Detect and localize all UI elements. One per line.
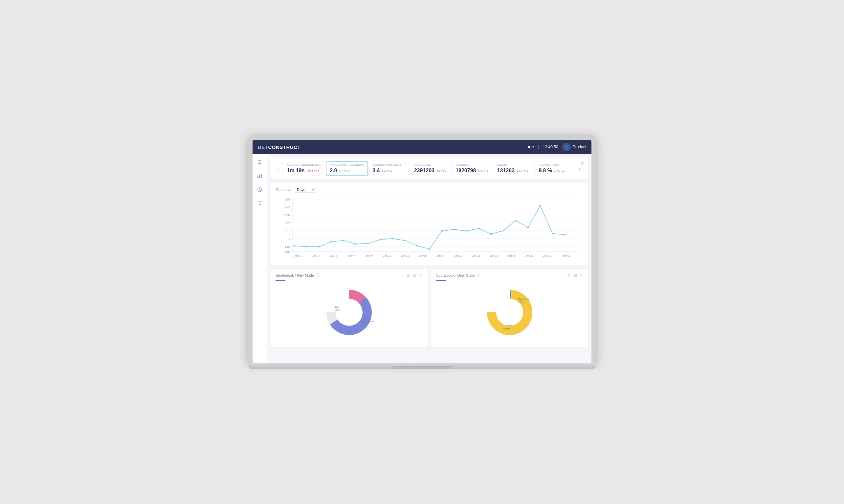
svg-text:2.20: 2.20: [285, 221, 291, 225]
svg-point-43: [367, 243, 369, 245]
stat-sessions-label: SESSIONS: [455, 163, 489, 166]
app-logo: BETCONSTRUCT: [258, 144, 300, 150]
stat-pageviews-sessions-value: 2.0: [330, 168, 337, 174]
line-chart-card: Group by: Days Weeks Months: [270, 183, 588, 266]
status-dot-active: [528, 146, 530, 148]
svg-point-49: [441, 230, 443, 232]
svg-text:Guest: Guest: [503, 327, 510, 330]
stat-avg-session-value: 1m 19s: [287, 168, 305, 174]
user-state-delete-icon[interactable]: 🗑: [567, 273, 571, 277]
nav-prev-arrow[interactable]: ‹: [276, 166, 282, 172]
play-mode-delete-icon[interactable]: 🗑: [407, 273, 411, 277]
stat-bounce-rate-value: 9.8 %: [538, 168, 552, 174]
stat-users-value: 131263: [497, 168, 515, 174]
svg-rect-2: [261, 174, 262, 178]
user-state-title: Sportsbook / User State: [436, 273, 475, 277]
group-by-label: Group by:: [276, 188, 291, 192]
sidebar-icon-chart[interactable]: [255, 171, 264, 180]
svg-point-46: [404, 240, 406, 241]
user-state-header: Sportsbook / User State ⓘ 🗑 ⊞ ↻: [436, 273, 583, 277]
svg-point-51: [466, 230, 467, 232]
stat-pageviews-sessions: PAGEVIEWS / SESSIONS 2.0 4.4 %: [326, 161, 368, 176]
svg-text:38%: 38%: [335, 309, 340, 311]
svg-text:Jan/29: Jan/29: [543, 254, 551, 257]
svg-text:Jan/13: Jan/13: [401, 254, 409, 257]
svg-point-42: [355, 244, 357, 245]
stat-session-per-user-label: SESSION PER USER: [373, 163, 406, 166]
sidebar-icon-analytics[interactable]: [255, 185, 264, 194]
stat-session-per-user: SESSION PER USER 3.4 6.2 %: [368, 162, 410, 175]
play-mode-info-icon[interactable]: ⓘ: [316, 273, 320, 277]
sidebar-icon-filter[interactable]: [255, 199, 264, 208]
svg-text:Jan/ 9: Jan/ 9: [365, 254, 373, 257]
user-state-table-icon[interactable]: ⊞: [574, 273, 577, 277]
svg-point-54: [502, 230, 504, 232]
svg-text:Jan/15: Jan/15: [419, 254, 427, 257]
svg-point-58: [552, 233, 553, 235]
status-dots: [528, 146, 534, 148]
svg-text:Jan/11: Jan/11: [383, 254, 392, 257]
bottom-row: Sportsbook / Play Mode ⓘ 🗑 ⊞ ↻: [270, 269, 588, 347]
svg-text:2: 2: [289, 237, 291, 240]
svg-point-38: [306, 246, 307, 248]
group-by-select-wrapper[interactable]: Days Weeks Months: [294, 187, 316, 193]
svg-text:26%: 26%: [519, 301, 524, 304]
group-by-select[interactable]: Days Weeks Months: [294, 187, 316, 193]
svg-text:Jan/19: Jan/19: [454, 254, 462, 257]
svg-point-56: [527, 227, 529, 228]
play-mode-title: Sportsbook / Play Mode: [276, 273, 314, 277]
svg-point-50: [453, 229, 455, 230]
stat-session-per-user-value: 3.4: [373, 168, 380, 174]
svg-point-63: [336, 299, 362, 325]
sidebar-icon-menu[interactable]: ☰: [255, 158, 264, 167]
stat-users: USERS 131263 13.7 %: [493, 162, 535, 175]
header-time: 12:40:50: [543, 145, 558, 149]
play-mode-refresh-icon[interactable]: ↻: [419, 273, 422, 277]
logo-bet: BET: [258, 144, 268, 150]
svg-rect-0: [257, 176, 258, 178]
svg-text:prematch: prematch: [363, 320, 374, 323]
svg-point-37: [294, 245, 295, 247]
svg-text:Signed In: Signed In: [518, 298, 529, 301]
avatar: 👤: [562, 143, 571, 151]
laptop-base: [248, 363, 596, 369]
header-separator: |: [538, 145, 539, 149]
user-state-refresh-icon[interactable]: ↻: [580, 273, 583, 277]
svg-text:Jan/27: Jan/27: [525, 254, 533, 257]
svg-rect-1: [259, 175, 260, 178]
svg-point-41: [343, 240, 344, 241]
sidebar: ☰: [253, 154, 267, 363]
stat-sessions: SESSIONS 1920798 5.5 %: [451, 162, 493, 175]
play-mode-underline: [276, 280, 286, 281]
svg-point-55: [515, 220, 517, 221]
svg-text:2.30: 2.30: [285, 214, 291, 217]
svg-point-59: [564, 234, 566, 236]
stats-delete-icon[interactable]: 🗑: [580, 161, 584, 166]
play-mode-table-icon[interactable]: ⊞: [413, 273, 416, 277]
stat-avg-session-change: -60.1 %: [307, 169, 320, 172]
svg-text:Jan/ 5: Jan/ 5: [330, 254, 337, 257]
play-mode-header: Sportsbook / Play Mode ⓘ 🗑 ⊞ ↻: [276, 273, 422, 277]
header-user[interactable]: 👤 Product: [562, 143, 586, 151]
user-state-donut-svg: Signed In 26% Guest 76%: [483, 286, 536, 339]
group-by-row: Group by: Days Weeks Months: [276, 187, 583, 193]
user-state-underline: [436, 280, 446, 281]
svg-text:live: live: [335, 305, 339, 308]
svg-text:2.40: 2.40: [285, 206, 291, 209]
stat-pageviews-change: 3.3 %: [436, 169, 447, 172]
svg-text:76%: 76%: [507, 324, 512, 326]
stat-pageviews-label: PAGEVIEWS: [414, 163, 448, 166]
stat-bounce-rate-change: 140...: [554, 169, 564, 172]
user-state-info-icon[interactable]: ⓘ: [477, 273, 480, 277]
nav-next-arrow[interactable]: ›: [576, 166, 583, 172]
stats-row: ‹ AVERAGE SESSION DU... 1m 19s -60.1 %: [276, 161, 583, 176]
play-mode-panel: Sportsbook / Play Mode ⓘ 🗑 ⊞ ↻: [270, 269, 428, 347]
svg-text:Jan/ 7: Jan/ 7: [347, 254, 355, 257]
stat-users-change: 13.7 %: [517, 169, 529, 172]
svg-text:2.50: 2.50: [285, 198, 291, 201]
main-content: 🗑 ‹ AVERAGE SESSION DU... 1m 19s -60.1 %: [267, 154, 591, 363]
svg-text:Jan/ 1: Jan/ 1: [294, 254, 302, 257]
svg-text:1.80: 1.80: [285, 250, 291, 254]
svg-point-39: [318, 246, 320, 248]
play-mode-donut-svg: live 38% prematch 53%: [323, 286, 375, 339]
